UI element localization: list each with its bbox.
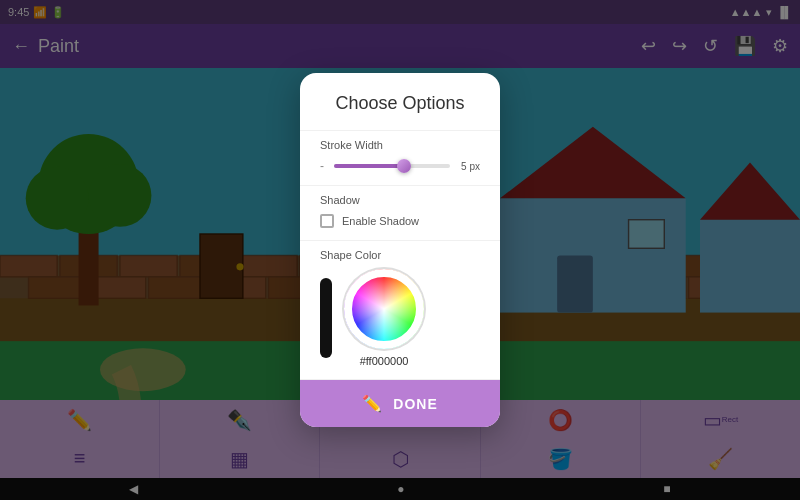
color-bar <box>320 278 332 358</box>
stroke-value-display: 5 px <box>456 161 480 172</box>
modal-overlay: Choose Options Stroke Width - 5 px Shado… <box>0 0 800 500</box>
shadow-label: Shadow <box>320 194 480 206</box>
stroke-slider-track[interactable] <box>334 164 450 168</box>
enable-shadow-checkbox[interactable] <box>320 214 334 228</box>
stroke-width-section: Stroke Width - 5 px <box>300 130 500 185</box>
stroke-slider-fill <box>334 164 404 168</box>
color-wheel-border <box>344 269 424 349</box>
done-icon: ✏️ <box>362 394 383 413</box>
stroke-width-label: Stroke Width <box>320 139 480 151</box>
done-label: DONE <box>393 396 437 412</box>
stroke-slider-row: - 5 px <box>320 159 480 173</box>
shadow-section: Shadow Enable Shadow <box>300 185 500 240</box>
color-row: #ff000000 <box>320 269 480 367</box>
color-wheel-container[interactable] <box>344 269 424 349</box>
color-hex-value: #ff000000 <box>360 355 409 367</box>
shape-color-section: Shape Color #ff000000 <box>300 240 500 379</box>
dialog-title: Choose Options <box>300 73 500 130</box>
color-wheel-wrapper: #ff000000 <box>344 269 424 367</box>
stroke-slider-thumb[interactable] <box>397 159 411 173</box>
enable-shadow-label: Enable Shadow <box>342 215 419 227</box>
slider-minus-icon: - <box>320 159 328 173</box>
done-button[interactable]: ✏️ DONE <box>300 379 500 427</box>
shadow-row: Enable Shadow <box>320 214 480 228</box>
shape-color-label: Shape Color <box>320 249 480 261</box>
options-dialog: Choose Options Stroke Width - 5 px Shado… <box>300 73 500 427</box>
